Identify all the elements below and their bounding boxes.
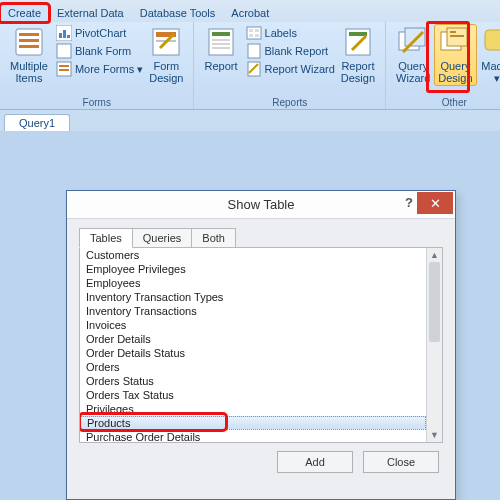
scroll-down-button[interactable]: ▼ [427,428,442,442]
scrollbar[interactable]: ▲ ▼ [426,248,442,442]
document-tabstrip: Query1 [0,110,500,131]
svg-rect-33 [405,28,425,46]
list-item[interactable]: Orders [80,360,426,374]
labels-label: Labels [265,27,297,39]
query-design-button[interactable]: Query Design [434,24,476,86]
svg-rect-37 [450,31,456,33]
dialog-tab-both[interactable]: Both [191,228,236,248]
blank-report-label: Blank Report [265,45,329,57]
document-tab-query1[interactable]: Query1 [4,114,70,131]
help-button[interactable]: ? [405,195,413,210]
ribbon-tab-external-data[interactable]: External Data [49,4,132,22]
blank-report-icon [246,43,262,59]
report-wizard-label: Report Wizard [265,63,335,75]
more-forms-label: More Forms ▾ [75,63,143,76]
labels-icon [246,25,262,41]
report-icon [205,26,237,58]
list-item[interactable]: Invoices [80,318,426,332]
close-button[interactable]: ✕ [417,192,453,214]
list-item[interactable]: Order Details [80,332,426,346]
query-wizard-button[interactable]: Query Wizard [392,24,434,86]
form-design-label: Form Design [149,60,183,84]
list-item[interactable]: Customers [80,248,426,262]
list-item[interactable]: Employee Privileges [80,262,426,276]
query-wizard-icon [397,26,429,58]
blank-form-icon [56,43,72,59]
group-reports-title: Reports [272,97,307,109]
svg-rect-30 [349,32,367,36]
pivotchart-button[interactable]: PivotChart [54,24,145,42]
svg-rect-26 [248,44,260,58]
svg-rect-38 [450,35,464,37]
macro-label: Macro ▾ [481,60,500,84]
macro-icon [481,26,500,58]
blank-report-button[interactable]: Blank Report [244,42,337,60]
form-design-button[interactable]: Form Design [145,24,187,86]
report-design-label: Report Design [341,60,375,84]
svg-rect-22 [249,29,253,32]
svg-rect-3 [19,45,39,48]
dialog-tabstrip: Tables Queries Both [79,228,443,248]
query-wizard-label: Query Wizard [396,60,430,84]
svg-rect-24 [249,34,253,37]
svg-rect-7 [67,35,70,38]
list-item[interactable]: Products [80,416,426,430]
multiple-items-label: Multiple Items [10,60,48,84]
close-dialog-button[interactable]: Close [363,451,439,473]
close-icon: ✕ [430,196,441,211]
macro-button[interactable]: Macro ▾ [477,24,500,86]
blank-form-label: Blank Form [75,45,131,57]
svg-rect-23 [255,29,259,32]
ribbon-tab-database-tools[interactable]: Database Tools [132,4,224,22]
list-item[interactable]: Orders Tax Status [80,388,426,402]
more-forms-button[interactable]: More Forms ▾ [54,60,145,78]
dialog-body: Tables Queries Both CustomersEmployee Pr… [67,219,455,443]
group-reports: Report Labels Blank Report Report Wizard [194,22,386,109]
report-design-icon [342,26,374,58]
svg-rect-25 [255,34,259,37]
report-design-button[interactable]: Report Design [337,24,379,86]
multiple-items-button[interactable]: Multiple Items [6,24,52,86]
scroll-up-button[interactable]: ▲ [427,248,442,262]
list-item[interactable]: Order Details Status [80,346,426,360]
tables-listbox[interactable]: CustomersEmployee PrivilegesEmployeesInv… [79,247,443,443]
report-wizard-icon [246,61,262,77]
dialog-title: Show Table [228,197,295,212]
list-item[interactable]: Employees [80,276,426,290]
group-forms: Multiple Items PivotChart Blank Form Mor… [0,22,194,109]
labels-button[interactable]: Labels [244,24,337,42]
report-button[interactable]: Report [200,24,241,86]
report-label: Report [204,60,237,72]
form-design-icon [150,26,182,58]
svg-rect-39 [485,30,500,50]
dialog-titlebar[interactable]: Show Table ? ✕ [67,191,455,219]
ribbon-body: Multiple Items PivotChart Blank Form Mor… [0,22,500,110]
scroll-thumb[interactable] [429,262,440,342]
list-item[interactable]: Inventory Transactions [80,304,426,318]
ribbon-tab-acrobat[interactable]: Acrobat [223,4,277,22]
group-other: Query Wizard Query Design Macro ▾ Other [386,22,500,109]
list-item[interactable]: Inventory Transaction Types [80,290,426,304]
dialog-tab-queries[interactable]: Queries [132,228,193,248]
pivotchart-icon [56,25,72,41]
list-item[interactable]: Privileges [80,402,426,416]
list-item[interactable]: Purchase Order Details [80,430,426,442]
list-item[interactable]: Orders Status [80,374,426,388]
query-design-label: Query Design [438,60,472,84]
svg-rect-2 [19,39,39,42]
svg-rect-17 [212,32,230,36]
ribbon-tab-create[interactable]: Create [0,4,49,22]
svg-rect-10 [59,65,69,67]
pivotchart-label: PivotChart [75,27,126,39]
dialog-tab-tables[interactable]: Tables [79,228,133,248]
blank-form-button[interactable]: Blank Form [54,42,145,60]
group-other-title: Other [442,97,467,109]
ribbon-tabstrip: Create External Data Database Tools Acro… [0,0,500,22]
dialog-button-row: Add Close [67,443,455,481]
svg-rect-11 [59,69,69,71]
svg-rect-6 [63,30,66,38]
report-wizard-button[interactable]: Report Wizard [244,60,337,78]
multiple-items-icon [13,26,45,58]
add-button[interactable]: Add [277,451,353,473]
svg-rect-1 [19,33,39,36]
